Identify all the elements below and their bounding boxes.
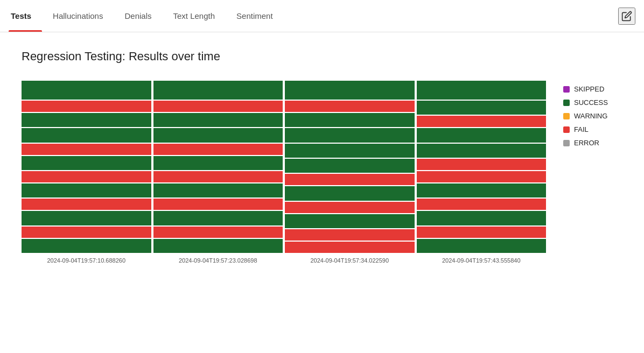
bar-segment — [22, 101, 151, 112]
bar-segment — [417, 159, 547, 170]
legend-item-warning: WARNING — [563, 112, 622, 120]
bar-segment — [417, 199, 547, 210]
tab-text-length[interactable]: Text Length — [163, 0, 226, 32]
x-axis-label-0: 2024-09-04T19:57:10.688260 — [22, 257, 151, 264]
legend-swatch-success — [563, 100, 570, 106]
tabs-bar: TestsHallucinationsDenialsText LengthSen… — [0, 0, 644, 32]
bar-segment — [22, 144, 151, 155]
chart-container: 2024-09-04T19:57:10.6882602024-09-04T19:… — [22, 81, 622, 264]
bar-segment — [22, 171, 151, 182]
bar-segment — [153, 101, 283, 112]
bar-segment — [153, 81, 283, 100]
legend-label-success: SUCCESS — [574, 98, 608, 107]
legend: SKIPPEDSUCCESSWARNINGFAILERROR — [563, 81, 622, 147]
edit-icon — [621, 11, 632, 22]
legend-label-error: ERROR — [574, 139, 599, 147]
chart-column-2 — [285, 81, 415, 253]
legend-item-success: SUCCESS — [563, 98, 622, 107]
bar-segment — [22, 128, 151, 142]
legend-swatch-error — [563, 140, 570, 146]
bar-segment — [22, 183, 151, 197]
bar-segment — [285, 81, 415, 100]
legend-item-fail: FAIL — [563, 125, 622, 133]
legend-label-warning: WARNING — [574, 112, 607, 120]
legend-swatch-fail — [563, 126, 570, 133]
legend-item-skipped: SKIPPED — [563, 85, 622, 93]
tab-tests[interactable]: Tests — [9, 0, 42, 32]
tab-hallucinations[interactable]: Hallucinations — [42, 0, 114, 32]
legend-label-skipped: SKIPPED — [574, 85, 604, 93]
legend-swatch-warning — [563, 113, 570, 119]
bar-segment — [417, 227, 547, 238]
bar-segment — [285, 159, 415, 173]
bar-segment — [417, 116, 547, 127]
main-content: Regression Testing: Results over time 20… — [0, 32, 644, 281]
bar-segment — [22, 199, 151, 210]
bar-segment — [153, 199, 283, 210]
legend-item-error: ERROR — [563, 139, 622, 147]
bar-segment — [153, 156, 283, 170]
bar-segment — [417, 239, 547, 253]
bar-segment — [22, 81, 151, 100]
bar-segment — [417, 101, 547, 115]
bar-segment — [285, 214, 415, 228]
bar-segment — [285, 242, 415, 253]
page-title: Regression Testing: Results over time — [22, 50, 622, 63]
bar-segment — [285, 229, 415, 241]
bar-segment — [22, 211, 151, 225]
x-axis-label-1: 2024-09-04T19:57:23.028698 — [153, 257, 283, 264]
bar-segment — [285, 174, 415, 185]
bar-segment — [153, 113, 283, 127]
bar-segment — [285, 144, 415, 158]
bar-segment — [285, 101, 415, 112]
x-axis-labels: 2024-09-04T19:57:10.6882602024-09-04T19:… — [22, 257, 546, 264]
edit-button[interactable] — [618, 8, 635, 25]
bar-segment — [153, 211, 283, 225]
x-axis-label-2: 2024-09-04T19:57:34.022590 — [285, 257, 415, 264]
bar-segment — [285, 113, 415, 127]
bar-segment — [417, 211, 547, 225]
chart-column-1 — [153, 81, 283, 253]
bar-segment — [22, 156, 151, 170]
legend-swatch-skipped — [563, 86, 570, 93]
x-axis-label-3: 2024-09-04T19:57:43.555840 — [417, 257, 547, 264]
bar-segment — [417, 171, 547, 182]
bar-segment — [22, 239, 151, 253]
bar-segment — [153, 144, 283, 155]
tab-denials[interactable]: Denials — [114, 0, 162, 32]
bar-segment — [153, 128, 283, 142]
bar-segment — [153, 171, 283, 182]
bar-segment — [285, 186, 415, 200]
bar-segment — [417, 81, 547, 100]
bar-segment — [153, 239, 283, 253]
bar-segment — [285, 202, 415, 213]
chart-column-0 — [22, 81, 151, 253]
bar-segment — [417, 128, 547, 142]
bar-segment — [417, 144, 547, 158]
legend-label-fail: FAIL — [574, 125, 589, 133]
bar-segment — [22, 227, 151, 238]
chart-column-3 — [417, 81, 547, 253]
chart-area: 2024-09-04T19:57:10.6882602024-09-04T19:… — [22, 81, 546, 264]
bar-segment — [22, 113, 151, 127]
tab-sentiment[interactable]: Sentiment — [226, 0, 284, 32]
bar-segment — [285, 128, 415, 142]
bar-segment — [153, 183, 283, 197]
bar-segment — [153, 227, 283, 238]
chart-columns — [22, 81, 546, 253]
bar-segment — [417, 183, 547, 197]
